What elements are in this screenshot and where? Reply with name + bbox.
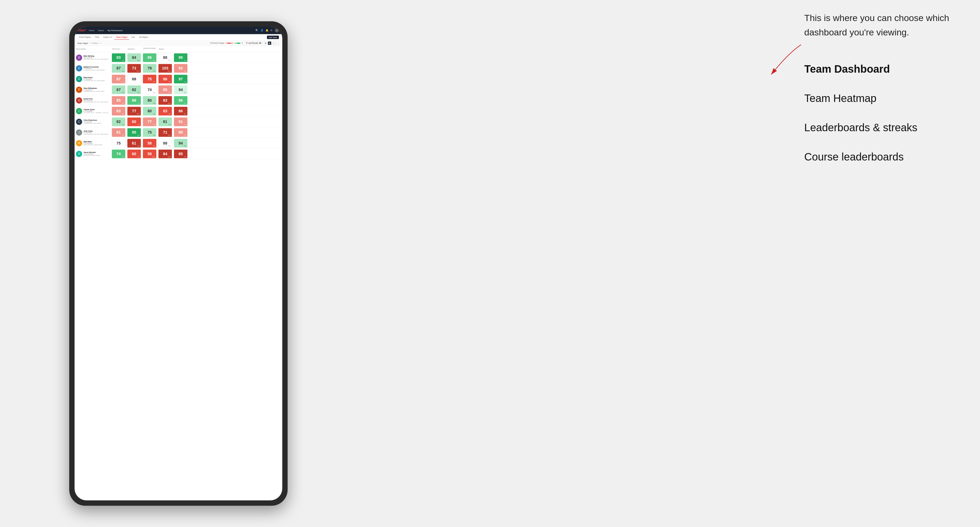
table-row[interactable]: BBlair McHargPlus HandicapRoyal North De… <box>75 52 282 63</box>
player-info-0: BBlair McHargPlus HandicapRoyal North De… <box>75 52 111 63</box>
score-box: 882▼ <box>158 139 172 148</box>
score-box: 602▲ <box>127 117 141 126</box>
bar-green <box>237 43 240 44</box>
search-icon[interactable]: 🔍 <box>255 29 258 32</box>
table-row[interactable]: DDavid FordPlus HandicapRoyal North Devo… <box>75 95 282 106</box>
last-rounds-value: 20 <box>259 42 261 44</box>
player-name: Elliot Ebert <box>84 77 110 78</box>
table-row[interactable]: CCharlie Quick6-10 HandicapSt. George's … <box>75 106 282 116</box>
player-count-label: 14 Players <box>91 42 99 44</box>
score-number: 61 <box>132 141 136 145</box>
score-number: 82 <box>132 87 136 92</box>
user-icon[interactable]: 👤 <box>261 29 263 32</box>
score-box: 871▲ <box>112 64 126 72</box>
col-player-quality[interactable]: Player Quality ↓ <box>75 46 111 51</box>
score-number: 93 <box>116 56 121 60</box>
user-avatar[interactable]: U <box>275 28 279 32</box>
app-nav: clippd Home Teams My Performance 🔍 👤 🔔 ⚙… <box>75 27 282 34</box>
nav-my-performance[interactable]: My Performance <box>107 29 123 32</box>
last-rounds-button[interactable]: 📅 Last Rounds: 20 <box>244 41 262 44</box>
heatmap-view-icon[interactable]: ▦ <box>268 41 271 45</box>
nav-teams[interactable]: Teams <box>98 29 104 32</box>
score-cell-5-3: 836▼ <box>158 106 173 116</box>
score-change: 8▲ <box>137 135 140 136</box>
tab-team-clippd[interactable]: Team Clippd <box>114 35 129 40</box>
table-row[interactable]: AAaron Nicholls11-15 HandicapDrift Golf … <box>75 149 282 159</box>
score-box: 7311▼ <box>127 64 141 72</box>
score-cell-3-4: 941▲ <box>173 84 188 95</box>
score-change: 5▲ <box>184 81 186 83</box>
col-putting[interactable]: Putting ↓ <box>158 46 173 51</box>
edit-icon[interactable]: ✏ <box>100 42 101 44</box>
score-change: 1▼ <box>137 156 140 157</box>
score-number: 96 <box>179 98 183 103</box>
table-row[interactable]: EElliot Ebert1-5 HandicapSunningdale Gol… <box>75 74 282 84</box>
nav-home[interactable]: Home <box>89 29 94 32</box>
score-number: 88 <box>132 77 136 81</box>
player-avatar: E <box>76 76 82 82</box>
player-avatar: A <box>76 151 82 157</box>
score-number: 75 <box>148 130 152 135</box>
score-change: 3▼ <box>169 92 171 94</box>
grid-view-icon[interactable]: ⊞ <box>264 41 268 45</box>
player-club: Gog Magog Golf Club, United Kingdom <box>84 91 110 92</box>
score-cell-5-1: 7714▼ <box>126 106 142 116</box>
score-box: 824▲ <box>127 86 141 94</box>
table-row[interactable]: JJosh Coles1-5 HandicapRoyal North Devon… <box>75 127 282 138</box>
col-around-green[interactable]: Around the Green ↓ <box>142 46 158 51</box>
score-number: 87 <box>116 66 121 71</box>
score-change: 8▲ <box>153 60 156 61</box>
score-box: 881▼ <box>158 53 172 62</box>
table-row[interactable]: DDave Billingham1-5 HandicapGog Magog Go… <box>75 84 282 95</box>
score-box: 934▲ <box>112 53 126 62</box>
score-change: 6▲ <box>137 60 140 61</box>
score-cell-2-1: 88 <box>126 74 142 84</box>
list-view-icon[interactable]: ≡ <box>272 41 275 45</box>
score-cell-2-2: 753▼ <box>142 74 158 84</box>
player-club: Woburn Golf Club, United Kingdom <box>84 144 110 146</box>
tab-pgat-players[interactable]: PGAT Players <box>77 35 92 40</box>
score-number: 74 <box>148 87 152 92</box>
bar-lt-green <box>234 43 237 44</box>
sub-nav: PGAT Players PGA Hcaps 1-5 Team Clippd T… <box>75 34 282 40</box>
score-cell-2-4: 975▲ <box>173 74 188 84</box>
score-box: 963▲ <box>174 96 188 105</box>
score-cell-6-3: 814▲ <box>158 117 173 127</box>
add-team-button[interactable]: Add Team <box>267 35 279 39</box>
player-details: Chris Robertson1-5 HandicapCraigmillar P… <box>84 119 110 124</box>
score-box: 753▼ <box>143 75 157 83</box>
score-box: 803▲ <box>143 96 157 105</box>
score-cell-5-2: 801▲ <box>142 106 158 116</box>
tab-hcaps[interactable]: Hcaps 1-5 <box>102 35 113 40</box>
table-row[interactable]: EEdward Crossman1-5 HandicapSunningdale … <box>75 63 282 74</box>
player-name: Josh Coles <box>84 130 110 132</box>
player-club: Sunningdale Golf Club, United Kingdom <box>84 80 110 81</box>
score-box: 941▲ <box>174 86 188 94</box>
settings-icon[interactable]: ⚙ <box>270 29 272 32</box>
score-cell-7-4: 892▼ <box>173 127 188 138</box>
score-box: 846▲ <box>127 53 141 62</box>
score-change: 11▼ <box>137 70 140 72</box>
tab-all-players[interactable]: All Players <box>137 35 150 40</box>
score-number: 83 <box>163 109 167 113</box>
score-box: 8310▼ <box>158 96 172 105</box>
download-icon[interactable]: ↓ <box>275 41 279 45</box>
col-approach[interactable]: Approach ↓ <box>126 46 142 51</box>
table-row[interactable]: MMatt Miller6-10 HandicapWoburn Golf Clu… <box>75 138 282 149</box>
score-change: 9▲ <box>153 70 156 72</box>
score-number: 97 <box>179 77 183 81</box>
player-club: Sunningdale Golf Club, United Kingdom <box>84 70 110 71</box>
tab-tour[interactable]: Tour <box>130 35 137 40</box>
tab-pga[interactable]: PGA <box>93 35 101 40</box>
round-change: 20 Round Change -5 +5 <box>210 42 243 44</box>
bell-icon[interactable]: 🔔 <box>266 29 269 32</box>
score-change: 6▼ <box>169 113 171 115</box>
player-club: Royal North Devon Golf Club, United King… <box>84 102 110 103</box>
score-number: 81 <box>116 130 121 135</box>
table-row[interactable]: CChris Robertson1-5 HandicapCraigmillar … <box>75 117 282 127</box>
score-box: 7714▼ <box>127 107 141 115</box>
player-info-4: DDavid FordPlus HandicapRoyal North Devo… <box>75 95 111 106</box>
col-off-tee[interactable]: Off the Tee ↓ <box>111 46 126 51</box>
score-box: 923▼ <box>174 64 188 72</box>
score-box: 975▲ <box>174 75 188 83</box>
